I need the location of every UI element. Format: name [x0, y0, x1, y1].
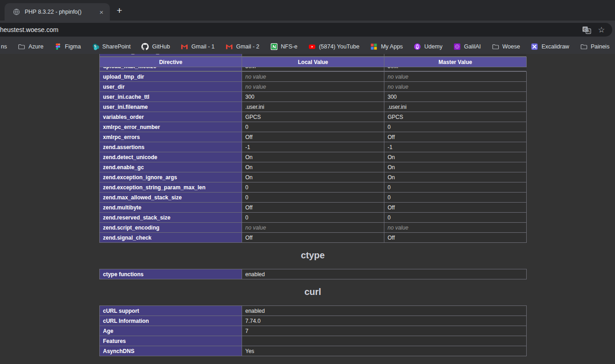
- directive-cell: zend.max_allowed_stack_size: [100, 193, 242, 203]
- local-value-cell: 300: [242, 92, 384, 102]
- browser-tab[interactable]: PHP 8.3.22 - phpinfo() ×: [5, 3, 110, 21]
- bookmark-github[interactable]: GitHub: [141, 43, 170, 50]
- browser-window: PHP 8.3.22 - phpinfo() × + heustest.woes…: [0, 0, 615, 364]
- table-row: ctype functionsenabled: [100, 269, 527, 279]
- bookmarks-bar: nsAzureFigmaSSharePointGitHubGmail - 1Gm…: [0, 39, 615, 54]
- table-row: zend.signal_checkOffOff: [100, 233, 527, 243]
- local-value-cell: 0: [242, 182, 384, 193]
- bookmark-label: NFS-e: [281, 43, 297, 50]
- bookmark-label: Paineis: [591, 43, 610, 50]
- bookmark-ns[interactable]: ns: [1, 43, 7, 50]
- value-cell: Yes: [242, 346, 527, 356]
- directive-cell: user_ini.cache_ttl: [100, 92, 242, 102]
- table-row: zend.assertions-1-1: [100, 142, 527, 152]
- table-row: upload_max_filesize50M50M: [100, 67, 527, 71]
- local-value-cell: no value: [242, 223, 384, 233]
- directive-cell: zend.signal_check: [100, 233, 242, 243]
- local-value-cell: no value: [242, 82, 384, 92]
- directive-cell: zend.exception_ignore_args: [100, 172, 242, 182]
- directive-cell: variables_order: [100, 112, 242, 122]
- bookmark-label: Gmail - 1: [191, 43, 215, 50]
- bookmark-label: Figma: [65, 43, 81, 50]
- nfse-icon: [270, 43, 278, 50]
- local-value-cell: 50M: [242, 67, 384, 71]
- table-row: user_ini.cache_ttl300300: [100, 92, 527, 102]
- master-value-cell: Off: [384, 203, 527, 213]
- translate-icon[interactable]: GA: [582, 25, 591, 34]
- bookmark-label: Excalidraw: [541, 43, 569, 50]
- globe-favicon-icon: [13, 8, 20, 16]
- table-row: xmlrpc_error_number00: [100, 122, 527, 132]
- bookmark-woese[interactable]: Woese: [492, 43, 520, 50]
- bookmark-label: Udemy: [424, 43, 442, 50]
- table-row: unserialize_callback_funcno valueno valu…: [100, 54, 527, 57]
- bookmark-azure[interactable]: Azure: [18, 43, 43, 50]
- table-row: user_ini.filename.user.ini.user.ini: [100, 102, 527, 112]
- local-value-cell: Off: [242, 233, 384, 243]
- bookmark-paineis[interactable]: Paineis: [580, 43, 610, 50]
- directive-cell: ctype functions: [100, 269, 242, 279]
- directive-cell: cURL support: [100, 306, 242, 316]
- table-row: zend.detect_unicodeOnOn: [100, 152, 527, 162]
- folder-icon: [18, 43, 25, 50]
- table-row: Age7: [100, 326, 527, 336]
- row-under-sticky-header: upload_max_filesize50M50M: [99, 67, 526, 71]
- folder-icon: [492, 43, 499, 50]
- bookmark-nfs-e[interactable]: NFS-e: [270, 43, 297, 50]
- local-value-cell: 0: [242, 122, 384, 132]
- bookmark-excalidraw[interactable]: Excalidraw: [531, 43, 569, 50]
- local-value-cell: no value: [242, 72, 384, 82]
- table-row: zend.script_encodingno valueno value: [100, 223, 527, 233]
- table-row: AsynchDNSYes: [100, 346, 527, 356]
- bookmark-label: (5874) YouTube: [319, 43, 360, 50]
- gmail-icon: [181, 43, 188, 50]
- url-text[interactable]: heustest.woese.com: [0, 26, 582, 33]
- bookmark-label: My Apps: [381, 43, 403, 50]
- figma-icon: [54, 43, 62, 50]
- table-row: cURL supportenabled: [100, 306, 527, 316]
- directive-cell: zend.enable_gc: [100, 162, 242, 172]
- value-cell: 7: [242, 326, 527, 336]
- master-value-cell: 0: [384, 213, 527, 223]
- url-bar[interactable]: heustest.woese.com GA ☆: [0, 23, 612, 37]
- galilai-icon: [453, 43, 461, 50]
- bookmark-label: SharePoint: [102, 43, 131, 50]
- bookmark-gmail-1[interactable]: Gmail - 1: [181, 43, 215, 50]
- local-value-cell: .user.ini: [242, 102, 384, 112]
- master-value-cell: -1: [384, 142, 527, 152]
- bookmark-udemy[interactable]: Udemy: [414, 43, 442, 50]
- local-value-cell: On: [242, 162, 384, 172]
- master-value-cell: 300: [384, 92, 527, 102]
- directive-cell: Features: [100, 336, 242, 346]
- master-value-cell: GPCS: [384, 112, 527, 122]
- directive-cell: zend.reserved_stack_size: [100, 213, 242, 223]
- new-tab-button[interactable]: +: [113, 4, 126, 17]
- github-icon: [141, 43, 149, 50]
- svg-text:S: S: [94, 44, 96, 48]
- directive-cell: zend.detect_unicode: [100, 152, 242, 162]
- omnibox-icons: GA ☆: [582, 25, 605, 34]
- column-header: Directive: [100, 57, 242, 67]
- table-row: DirectiveLocal ValueMaster Value: [100, 57, 527, 67]
- local-value-cell: 0: [242, 193, 384, 203]
- svg-text:A: A: [587, 29, 589, 33]
- myapps-icon: [370, 43, 378, 50]
- bookmark-sharepoint[interactable]: SSharePoint: [92, 43, 131, 50]
- tab-close-icon[interactable]: ×: [99, 9, 103, 16]
- bookmark-my-apps[interactable]: My Apps: [370, 43, 403, 50]
- bookmark-label: GitHub: [152, 43, 170, 50]
- master-value-cell: Off: [384, 132, 527, 142]
- php-core-directives-table: unserialize_callback_funcno valueno valu…: [99, 54, 526, 243]
- bookmark-figma[interactable]: Figma: [54, 43, 81, 50]
- bookmark-gmail-2[interactable]: Gmail - 2: [226, 43, 259, 50]
- bookmark-5874-youtube[interactable]: (5874) YouTube: [308, 43, 360, 50]
- column-header: Local Value: [242, 57, 384, 67]
- excalidraw-icon: [531, 43, 538, 50]
- directive-cell: xmlrpc_errors: [100, 132, 242, 142]
- directive-cell: upload_tmp_dir: [100, 72, 242, 82]
- bookmark-galilai[interactable]: GalilAI: [453, 43, 481, 50]
- udemy-icon: [414, 43, 421, 50]
- value-cell: 7.74.0: [242, 316, 527, 326]
- bookmark-star-icon[interactable]: ☆: [598, 26, 605, 34]
- table-row: zend.enable_gcOnOn: [100, 162, 527, 172]
